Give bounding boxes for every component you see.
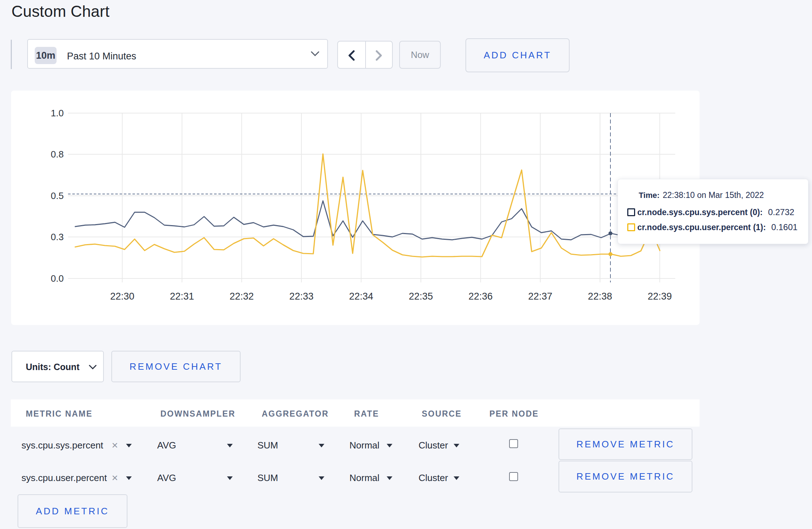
svg-text:22:34: 22:34 <box>349 291 373 302</box>
svg-text:22:35: 22:35 <box>409 291 433 302</box>
svg-text:22:36: 22:36 <box>469 291 493 302</box>
svg-text:22:30: 22:30 <box>110 291 135 302</box>
svg-text:22:37: 22:37 <box>528 291 552 302</box>
svg-text:0.3: 0.3 <box>51 232 64 242</box>
svg-text:0.5: 0.5 <box>51 190 64 201</box>
svg-text:22:39: 22:39 <box>648 291 672 302</box>
svg-text:1.0: 1.0 <box>51 108 64 118</box>
svg-text:22:32: 22:32 <box>229 291 254 302</box>
svg-text:22:33: 22:33 <box>289 291 314 302</box>
svg-text:22:31: 22:31 <box>170 291 194 302</box>
svg-text:0.0: 0.0 <box>51 273 64 284</box>
svg-text:0.8: 0.8 <box>51 149 64 160</box>
svg-text:22:38: 22:38 <box>588 291 612 302</box>
